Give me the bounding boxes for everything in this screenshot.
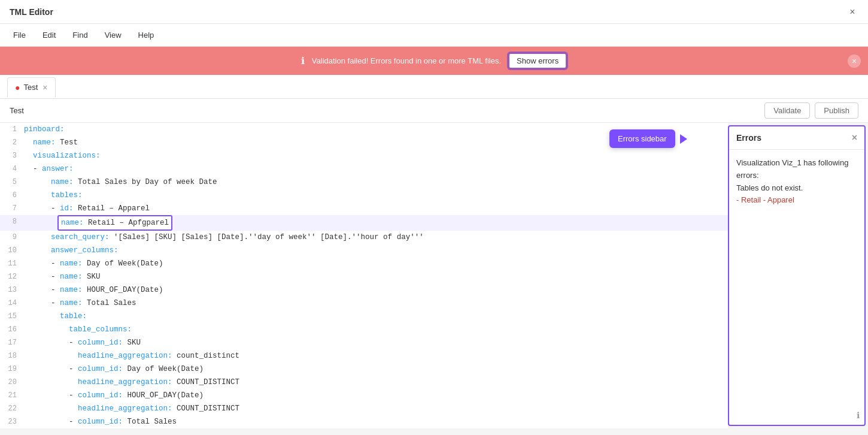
validate-button[interactable]: Validate — [764, 102, 810, 119]
line-content: name: Total Sales by Day of week Date — [24, 176, 217, 189]
main-editor-area: 1pinboard:2 name: Test3 visualizations:4… — [0, 123, 868, 428]
tab-error-icon: ● — [15, 83, 20, 92]
errors-header: Errors × — [729, 126, 864, 150]
code-line-23: 23 - column_id: Total Sales — [0, 415, 728, 428]
code-line-9: 9 search_query: '[Sales] [SKU] [Sales] [… — [0, 231, 728, 244]
line-content: table_columns: — [24, 323, 132, 336]
validation-message: Validation failed! Errors found in one o… — [312, 56, 501, 65]
line-content: - column_id: Total Sales — [24, 415, 177, 428]
line-content: headline_aggregation: count_distinct — [24, 349, 239, 362]
line-content: headline_aggregation: COUNT_DISTINCT — [24, 402, 239, 415]
code-line-4: 4 - answer: — [0, 162, 728, 176]
code-line-13: 13 - name: HOUR_OF_DAY(Date) — [0, 283, 728, 297]
tooltip-arrow — [680, 134, 687, 144]
tooltip-text: Errors sidebar — [618, 134, 667, 143]
line-number: 20 — [0, 376, 24, 389]
title-bar: TML Editor × — [0, 0, 868, 24]
line-number: 1 — [0, 123, 24, 136]
line-content: - id: Retail – Apparel — [24, 202, 150, 215]
line-number: 13 — [0, 283, 24, 297]
close-icon[interactable]: × — [846, 6, 858, 18]
banner-close-icon[interactable]: × — [848, 55, 861, 68]
editor-wrapper: Test Validate Publish 1pinboard:2 name: … — [0, 99, 868, 428]
code-line-8: 8 name: Retail – Apfgparel — [0, 215, 728, 231]
file-header: Test Validate Publish — [0, 99, 868, 123]
line-content: pinboard: — [24, 123, 65, 136]
line-number: 11 — [0, 257, 24, 270]
errors-content: Visualization Viz_1 has following errors… — [729, 150, 864, 214]
line-content: - answer: — [24, 162, 74, 176]
line-content: - column_id: Day of Week(Date) — [24, 362, 204, 376]
line-number: 9 — [0, 231, 24, 244]
code-line-6: 6 tables: — [0, 189, 728, 202]
line-content: tables: — [24, 189, 83, 202]
error-line-1: Visualization Viz_1 has following errors… — [736, 157, 857, 182]
code-line-17: 17 - column_id: SKU — [0, 336, 728, 349]
menu-help[interactable]: Help — [132, 27, 160, 43]
line-content: - name: Day of Week(Date) — [24, 257, 163, 270]
line-number: 17 — [0, 336, 24, 349]
line-content: answer_columns: — [24, 244, 119, 257]
errors-sidebar: Errors sidebar Errors × Visualization Vi… — [728, 125, 866, 426]
menu-edit[interactable]: Edit — [37, 27, 62, 43]
error-line-3: - Retail - Apparel — [736, 194, 857, 207]
code-line-15: 15 table: — [0, 310, 728, 323]
code-line-18: 18 headline_aggregation: count_distinct — [0, 349, 728, 362]
code-line-20: 20 headline_aggregation: COUNT_DISTINCT — [0, 376, 728, 389]
line-number: 7 — [0, 202, 24, 215]
line-content: search_query: '[Sales] [SKU] [Sales] [Da… — [24, 231, 424, 244]
validation-banner: ℹ Validation failed! Errors found in one… — [0, 47, 868, 75]
app-title: TML Editor — [10, 7, 53, 17]
line-content: - name: SKU — [24, 270, 101, 283]
code-line-3: 3 visualizations: — [0, 149, 728, 162]
menu-view[interactable]: View — [99, 27, 128, 43]
errors-title: Errors — [736, 133, 761, 143]
line-content: - column_id: HOUR_OF_DAY(Date) — [24, 389, 204, 402]
code-line-16: 16 table_columns: — [0, 323, 728, 336]
code-line-21: 21 - column_id: HOUR_OF_DAY(Date) — [0, 389, 728, 402]
code-line-22: 22 headline_aggregation: COUNT_DISTINCT — [0, 402, 728, 415]
code-area[interactable]: 1pinboard:2 name: Test3 visualizations:4… — [0, 123, 728, 428]
show-errors-button[interactable]: Show errors — [508, 53, 567, 69]
line-number: 6 — [0, 189, 24, 202]
line-content: table: — [24, 310, 87, 323]
line-number: 8 — [0, 215, 24, 228]
file-name: Test — [10, 106, 24, 115]
code-line-14: 14 - name: Total Sales — [0, 297, 728, 310]
line-content: visualizations: — [24, 149, 101, 162]
menu-file[interactable]: File — [7, 27, 32, 43]
line-number: 3 — [0, 149, 24, 162]
code-line-19: 19 - column_id: Day of Week(Date) — [0, 362, 728, 376]
line-number: 22 — [0, 402, 24, 415]
line-content: name: Test — [24, 136, 78, 149]
line-content: - name: Total Sales — [24, 297, 136, 310]
code-line-11: 11 - name: Day of Week(Date) — [0, 257, 728, 270]
tab-name: Test — [23, 83, 38, 92]
line-number: 16 — [0, 323, 24, 336]
code-line-5: 5 name: Total Sales by Day of week Date — [0, 176, 728, 189]
file-actions: Validate Publish — [764, 102, 858, 119]
line-number: 14 — [0, 297, 24, 310]
errors-info-icon: ℹ — [857, 410, 860, 420]
line-number: 19 — [0, 362, 24, 376]
tab-close-icon[interactable]: × — [43, 83, 47, 92]
line-content: - column_id: SKU — [24, 336, 141, 349]
line-number: 2 — [0, 136, 24, 149]
error-line-2: Tables do not exist. — [736, 182, 857, 195]
code-line-10: 10 answer_columns: — [0, 244, 728, 257]
code-line-7: 7 - id: Retail – Apparel — [0, 202, 728, 215]
menu-find[interactable]: Find — [66, 27, 93, 43]
publish-button[interactable]: Publish — [815, 102, 858, 119]
line-number: 18 — [0, 349, 24, 362]
line-number: 10 — [0, 244, 24, 257]
line-content: headline_aggregation: COUNT_DISTINCT — [24, 376, 239, 389]
line-number: 12 — [0, 270, 24, 283]
errors-close-icon[interactable]: × — [852, 132, 857, 143]
line-number: 4 — [0, 162, 24, 176]
highlight-box: name: Retail – Apfgparel — [57, 215, 172, 231]
tab-test[interactable]: ● Test × — [7, 77, 56, 97]
alert-icon: ℹ — [301, 55, 305, 67]
line-content: - name: HOUR_OF_DAY(Date) — [24, 283, 163, 297]
line-number: 5 — [0, 176, 24, 189]
line-number: 23 — [0, 415, 24, 428]
